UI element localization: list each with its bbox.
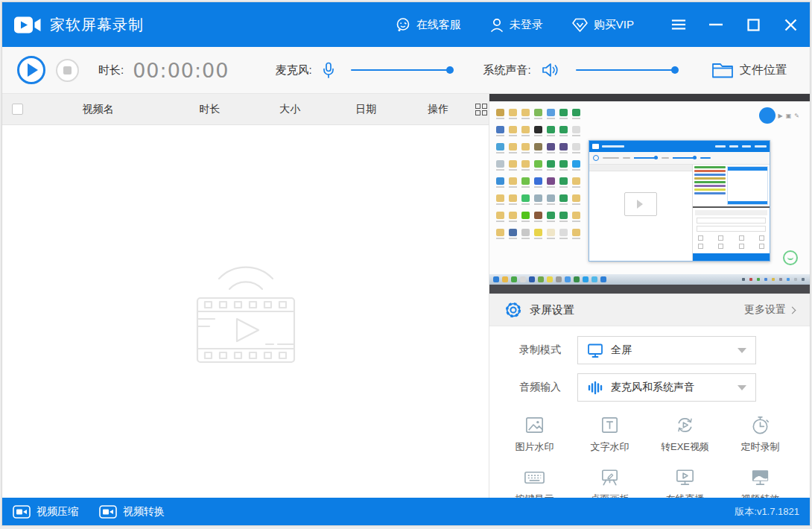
desktop-whiteboard-icon xyxy=(598,466,621,489)
play-icon xyxy=(28,63,38,77)
online-service-button[interactable]: 在线客服 xyxy=(395,16,461,33)
record-mode-value: 全屏 xyxy=(611,343,632,357)
app-logo-icon xyxy=(14,15,42,35)
mic-label: 麦克风: xyxy=(275,63,311,77)
image-watermark-icon xyxy=(523,414,546,437)
mic-volume-slider[interactable] xyxy=(351,66,452,75)
live-stream-icon xyxy=(673,466,697,489)
timer-record-button[interactable]: 定时录制 xyxy=(723,414,798,454)
file-location-label: 文件位置 xyxy=(740,63,787,78)
maximize-button[interactable] xyxy=(746,17,761,32)
waveform-icon xyxy=(587,380,603,396)
dropdown-arrow-icon xyxy=(738,348,746,353)
preview-play-icon: ▶ xyxy=(778,113,783,119)
exe-video-button[interactable]: 转EXE视频 xyxy=(647,414,723,454)
folder-icon xyxy=(711,61,734,79)
text-watermark-icon xyxy=(598,414,621,437)
record-settings-header: 录屏设置 更多设置 xyxy=(489,294,810,326)
gear-icon xyxy=(504,301,522,319)
mic-slider-track xyxy=(351,69,452,71)
microphone-icon[interactable] xyxy=(323,62,334,79)
titlebar: 家软屏幕录制 在线客服 未登录 xyxy=(2,2,810,47)
image-watermark-button[interactable]: 图片水印 xyxy=(497,414,572,454)
video-list-panel: 视频名 时长 大小 日期 操作 xyxy=(2,94,489,498)
audio-input-label: 音频输入 xyxy=(519,381,577,394)
preview-top-strip xyxy=(489,94,810,101)
buy-vip-button[interactable]: 购买VIP xyxy=(571,17,634,33)
more-settings-button[interactable]: 更多设置 xyxy=(744,303,795,317)
empty-video-list xyxy=(2,125,489,498)
preview-record-button xyxy=(759,107,775,124)
video-compress-button[interactable]: 视频压缩 xyxy=(13,505,78,519)
stop-icon xyxy=(63,66,72,75)
preview-safety-badge-icon xyxy=(783,250,798,265)
preview-desktop-icons xyxy=(495,109,582,239)
chevron-right-icon xyxy=(789,306,796,314)
monitor-icon xyxy=(587,343,603,358)
duration-label: 时长: xyxy=(98,63,124,77)
close-icon xyxy=(784,19,797,31)
column-video-name[interactable]: 视频名 xyxy=(33,103,162,116)
record-settings-title: 录屏设置 xyxy=(530,303,574,317)
preview-edit-icon: ✎ xyxy=(794,113,799,119)
system-volume-slider[interactable] xyxy=(576,66,677,75)
preview-stop-icon: ▣ xyxy=(786,113,792,119)
record-mode-select[interactable]: 全屏 xyxy=(577,336,756,364)
video-compress-icon xyxy=(13,505,31,519)
vip-diamond-icon xyxy=(571,17,589,33)
preview-bottom-strip xyxy=(489,285,810,294)
buy-vip-label: 购买VIP xyxy=(594,18,634,32)
customer-service-icon xyxy=(395,16,411,33)
hamburger-icon xyxy=(671,19,686,31)
feature-grid: 图片水印 文字水印 xyxy=(497,414,798,506)
login-status-button[interactable]: 未登录 xyxy=(489,17,543,33)
stop-record-button[interactable] xyxy=(56,59,79,82)
preview-record-controls: ▶ ▣ ✎ xyxy=(759,107,799,124)
audio-input-value: 麦克风和系统声音 xyxy=(611,381,694,394)
screen-preview: ▶ ▣ ✎ xyxy=(489,94,810,294)
footer-bar: 视频压缩 视频转换 版本:v1.7.1821 xyxy=(2,498,810,525)
exe-video-icon xyxy=(673,414,697,437)
keystroke-display-icon xyxy=(522,466,547,489)
minimize-button[interactable] xyxy=(708,17,723,32)
dropdown-arrow-icon xyxy=(738,385,746,390)
film-strip-placeholder-icon xyxy=(189,256,302,367)
column-size[interactable]: 大小 xyxy=(256,103,323,116)
close-button[interactable] xyxy=(783,17,798,32)
column-date[interactable]: 日期 xyxy=(323,103,408,116)
system-slider-track xyxy=(576,69,677,71)
preview-mini-app-window xyxy=(589,140,770,262)
system-slider-thumb[interactable] xyxy=(671,66,679,74)
app-window: 家软屏幕录制 在线客服 未登录 xyxy=(1,1,811,526)
duration-value: 00:00:00 xyxy=(133,59,229,82)
column-operation[interactable]: 操作 xyxy=(408,103,468,116)
video-effects-icon xyxy=(749,466,772,489)
video-convert-label: 视频转换 xyxy=(123,505,165,519)
more-settings-label: 更多设置 xyxy=(744,303,786,317)
video-compress-label: 视频压缩 xyxy=(37,505,78,519)
settings-panel: ▶ ▣ ✎ 录屏设置 更多设置 xyxy=(489,94,810,498)
start-record-button[interactable] xyxy=(17,56,45,84)
file-location-button[interactable]: 文件位置 xyxy=(711,61,787,79)
video-convert-button[interactable]: 视频转换 xyxy=(99,505,165,519)
speaker-icon[interactable] xyxy=(542,62,559,78)
column-duration[interactable]: 时长 xyxy=(163,103,256,116)
timer-record-icon xyxy=(749,414,772,437)
version-label: 版本:v1.7.1821 xyxy=(735,505,799,519)
audio-input-select[interactable]: 麦克风和系统声音 xyxy=(577,373,756,402)
record-mode-label: 录制模式 xyxy=(519,343,577,357)
grid-view-icon[interactable] xyxy=(475,104,489,115)
preview-taskbar xyxy=(489,274,810,285)
online-service-label: 在线客服 xyxy=(416,18,461,32)
app-title: 家软屏幕录制 xyxy=(50,15,144,35)
record-toolbar: 时长: 00:00:00 麦克风: 系统声音: xyxy=(2,47,810,94)
mic-slider-thumb[interactable] xyxy=(446,66,454,74)
login-status-label: 未登录 xyxy=(510,18,543,32)
menu-button[interactable] xyxy=(671,17,686,32)
video-convert-icon xyxy=(99,505,117,519)
system-sound-label: 系统声音: xyxy=(483,63,531,77)
user-icon xyxy=(489,17,504,33)
text-watermark-button[interactable]: 文字水印 xyxy=(572,414,647,454)
select-all-checkbox[interactable] xyxy=(12,104,23,115)
minimize-icon xyxy=(709,23,723,26)
